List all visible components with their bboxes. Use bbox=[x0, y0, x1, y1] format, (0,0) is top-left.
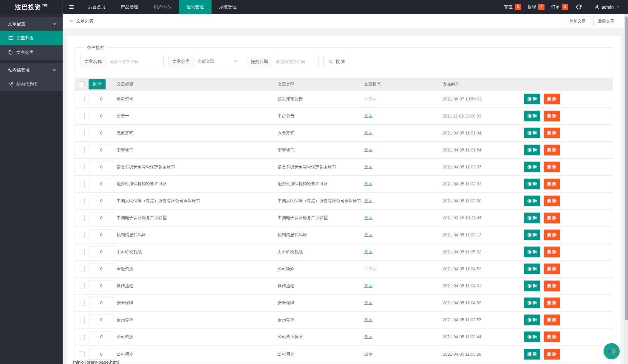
article-status[interactable]: 显示 bbox=[364, 351, 372, 356]
sidebar-item-article-list[interactable]: 文章列表 bbox=[0, 31, 63, 45]
article-category-select[interactable]: 全部文章 bbox=[194, 56, 241, 67]
article-status[interactable]: 显示 bbox=[364, 232, 372, 237]
row-checkbox[interactable] bbox=[79, 113, 85, 119]
sort-order-input[interactable] bbox=[89, 145, 114, 155]
scrollbar-track[interactable] bbox=[624, 14, 628, 364]
sidebar-group-title-article-config[interactable]: 文章配置 bbox=[0, 17, 63, 31]
article-status[interactable]: 显示 bbox=[364, 147, 372, 152]
delete-button[interactable]: 删 除 bbox=[544, 349, 560, 360]
edit-button[interactable]: 编 辑 bbox=[524, 264, 540, 274]
delete-button[interactable]: 删 除 bbox=[544, 213, 560, 223]
row-checkbox[interactable] bbox=[79, 351, 85, 357]
article-status[interactable]: 显示 bbox=[364, 300, 372, 305]
refresh-button[interactable]: 刷 新 bbox=[89, 79, 106, 89]
user-menu[interactable]: admin bbox=[587, 4, 620, 10]
delete-button[interactable]: 删 除 bbox=[544, 111, 560, 121]
sort-order-input[interactable] bbox=[89, 230, 114, 240]
article-status[interactable]: 显示 bbox=[364, 198, 372, 203]
row-checkbox[interactable] bbox=[79, 283, 85, 289]
delete-article-button[interactable]: 删除文章 bbox=[593, 16, 619, 26]
edit-button[interactable]: 编 辑 bbox=[524, 196, 540, 206]
delete-button[interactable]: 删 除 bbox=[544, 162, 560, 172]
article-status[interactable]: 显示 bbox=[364, 215, 372, 220]
sort-order-input[interactable] bbox=[89, 179, 114, 189]
delete-button[interactable]: 删 除 bbox=[544, 196, 560, 206]
row-checkbox[interactable] bbox=[79, 181, 85, 187]
delete-button[interactable]: 删 除 bbox=[544, 247, 560, 257]
row-checkbox[interactable] bbox=[79, 232, 85, 238]
scrollbar-thumb[interactable] bbox=[625, 16, 628, 320]
article-status[interactable]: 显示 bbox=[364, 130, 372, 135]
row-checkbox[interactable] bbox=[79, 215, 85, 221]
row-checkbox[interactable] bbox=[79, 130, 85, 136]
sidebar-collapse-button[interactable] bbox=[63, 0, 80, 14]
edit-button[interactable]: 编 辑 bbox=[524, 162, 540, 172]
sort-order-input[interactable] bbox=[89, 281, 114, 291]
article-name-input[interactable] bbox=[106, 56, 157, 67]
sort-order-input[interactable] bbox=[89, 332, 114, 342]
edit-button[interactable]: 编 辑 bbox=[524, 247, 540, 257]
delete-button[interactable]: 删 除 bbox=[544, 315, 560, 325]
article-status[interactable]: 显示 bbox=[364, 164, 372, 169]
nav-item-system[interactable]: 系统管理 bbox=[211, 0, 244, 14]
delete-button[interactable]: 删 除 bbox=[544, 332, 560, 342]
row-checkbox[interactable] bbox=[79, 334, 85, 340]
sort-order-input[interactable] bbox=[89, 213, 114, 223]
delete-button[interactable]: 删 除 bbox=[544, 145, 560, 155]
sort-order-input[interactable] bbox=[89, 264, 114, 274]
article-status[interactable]: 不显示 bbox=[364, 96, 377, 101]
edit-button[interactable]: 编 辑 bbox=[524, 315, 540, 325]
nav-item-users[interactable]: 用户中心 bbox=[146, 0, 179, 14]
row-checkbox[interactable] bbox=[79, 249, 85, 255]
row-checkbox[interactable] bbox=[79, 96, 85, 102]
sort-order-input[interactable] bbox=[89, 349, 114, 360]
refresh-icon[interactable] bbox=[576, 4, 581, 10]
sort-order-input[interactable] bbox=[89, 247, 114, 257]
article-status[interactable]: 显示 bbox=[364, 317, 372, 322]
article-status[interactable]: 显示 bbox=[364, 181, 372, 186]
sidebar-group-title-messages[interactable]: 站内信管理 bbox=[0, 63, 63, 77]
nav-item-products[interactable]: 产品管理 bbox=[113, 0, 146, 14]
edit-button[interactable]: 编 辑 bbox=[524, 230, 540, 240]
sort-order-input[interactable] bbox=[89, 111, 114, 121]
edit-button[interactable]: 编 辑 bbox=[524, 281, 540, 291]
withdraw-stat[interactable]: 提现 0 bbox=[528, 4, 545, 10]
sort-order-input[interactable] bbox=[89, 196, 114, 206]
article-status[interactable]: 显示 bbox=[364, 334, 372, 339]
sound-toggle-button[interactable] bbox=[604, 343, 620, 359]
row-checkbox[interactable] bbox=[79, 198, 85, 204]
submit-date-input[interactable] bbox=[272, 56, 311, 67]
edit-button[interactable]: 编 辑 bbox=[524, 298, 540, 308]
article-status[interactable]: 显示 bbox=[364, 113, 372, 118]
edit-button[interactable]: 编 辑 bbox=[524, 349, 540, 360]
sort-order-input[interactable] bbox=[89, 298, 114, 308]
article-status[interactable]: 显示 bbox=[364, 249, 372, 254]
recharge-stat[interactable]: 充值 0 bbox=[504, 4, 521, 10]
sort-order-input[interactable] bbox=[89, 315, 114, 325]
order-stat[interactable]: 订单 0 bbox=[551, 4, 568, 10]
edit-button[interactable]: 编 辑 bbox=[524, 145, 540, 155]
article-status[interactable]: 显示 bbox=[364, 283, 372, 288]
delete-button[interactable]: 删 除 bbox=[544, 230, 560, 240]
edit-button[interactable]: 编 辑 bbox=[524, 213, 540, 223]
edit-button[interactable]: 编 辑 bbox=[524, 179, 540, 189]
row-checkbox[interactable] bbox=[79, 300, 85, 306]
sort-order-input[interactable] bbox=[89, 94, 114, 104]
delete-button[interactable]: 删 除 bbox=[544, 128, 560, 138]
article-status[interactable]: 不显示 bbox=[364, 266, 377, 271]
nav-item-home[interactable]: 后台首页 bbox=[80, 0, 113, 14]
select-all-checkbox[interactable] bbox=[79, 81, 85, 87]
edit-button[interactable]: 编 辑 bbox=[524, 332, 540, 342]
search-button[interactable]: 搜 索 bbox=[323, 56, 350, 67]
delete-button[interactable]: 删 除 bbox=[544, 94, 560, 104]
row-checkbox[interactable] bbox=[79, 164, 85, 170]
delete-button[interactable]: 删 除 bbox=[544, 179, 560, 189]
sidebar-item-message-list[interactable]: 站内信列表 bbox=[0, 77, 63, 91]
sort-order-input[interactable] bbox=[89, 128, 114, 138]
row-checkbox[interactable] bbox=[79, 147, 85, 153]
delete-button[interactable]: 删 除 bbox=[544, 281, 560, 291]
delete-button[interactable]: 删 除 bbox=[544, 264, 560, 274]
row-checkbox[interactable] bbox=[79, 266, 85, 272]
sort-order-input[interactable] bbox=[89, 162, 114, 172]
edit-button[interactable]: 编 辑 bbox=[524, 111, 540, 121]
